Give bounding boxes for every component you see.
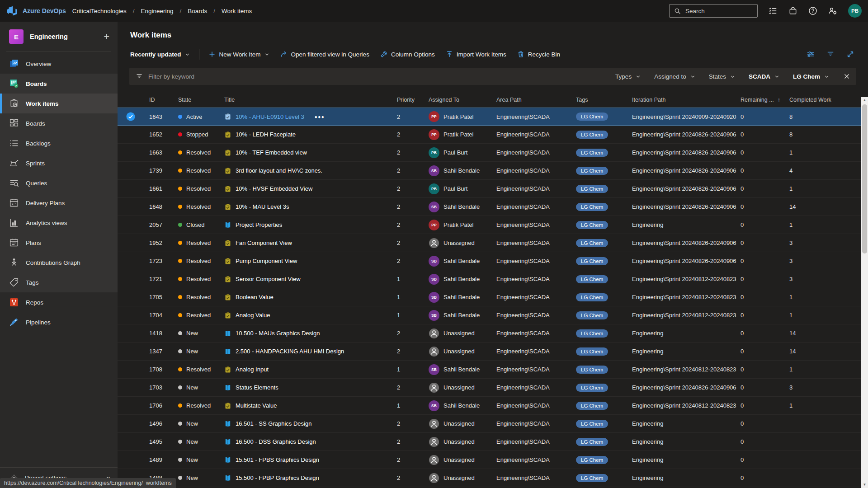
table-row[interactable]: 1488New15.500 - FPBP Graphics Design2Una… (118, 469, 868, 487)
work-item-title-link[interactable]: Status Elements (236, 384, 278, 391)
table-row[interactable]: 1663Resolved10% - TEF Embedded view2PBPa… (118, 144, 868, 162)
work-item-title-link[interactable]: Pump Component View (236, 258, 297, 264)
tag-pill[interactable]: LG Chem (576, 275, 608, 283)
tag-pill[interactable]: LG Chem (576, 167, 608, 175)
tag-pill[interactable]: LG Chem (576, 257, 608, 265)
work-item-title-link[interactable]: 10% - LEDH Faceplate (236, 131, 296, 138)
recycle-bin-button[interactable]: Recycle Bin (517, 51, 560, 58)
close-filter-icon[interactable] (844, 73, 850, 80)
work-item-title-link[interactable]: Analog Input (236, 366, 269, 373)
tag-pill[interactable]: LG Chem (576, 131, 608, 139)
filter-dropdown-assigned-to[interactable]: Assigned to (654, 73, 695, 80)
table-row[interactable]: 2057ClosedProject Properties2PPPratik Pa… (118, 216, 868, 234)
view-options-icon[interactable] (807, 50, 815, 58)
view-selector-dropdown[interactable]: Recently updated (130, 51, 190, 58)
work-item-title-link[interactable]: 16.501 - SS Graphics Design (236, 420, 311, 427)
tag-pill[interactable]: LG Chem (576, 329, 608, 338)
brand-label[interactable]: Azure DevOps (23, 7, 66, 14)
sidebar-item-plans[interactable]: Plans (0, 233, 118, 253)
tag-pill[interactable]: LG Chem (576, 293, 608, 301)
user-settings-icon[interactable] (828, 6, 837, 15)
table-row[interactable]: 1648Resolved10% - MAU Level 3s2SBSahil B… (118, 198, 868, 216)
row-select[interactable] (118, 112, 144, 121)
search-input[interactable] (684, 7, 743, 15)
column-header-state[interactable]: State (178, 97, 224, 103)
work-item-title-link[interactable]: 10% - AHU-E0910 Level 3 (236, 113, 304, 120)
filter-dropdown-lg-chem[interactable]: LG Chem (793, 73, 829, 80)
sidebar-item-repos[interactable]: Repos (0, 292, 118, 312)
azure-devops-logo-icon[interactable] (6, 5, 18, 17)
column-header-remaining-[interactable]: Remaining ...↑ (741, 97, 789, 103)
sidebar-item-boards[interactable]: Boards (0, 113, 118, 133)
sidebar-item-backlogs[interactable]: Backlogs (0, 133, 118, 153)
work-item-title-link[interactable]: 10% - MAU Level 3s (236, 203, 289, 210)
column-options-button[interactable]: Column Options (380, 51, 435, 58)
tag-pill[interactable]: LG Chem (576, 221, 608, 229)
scroll-down-icon[interactable]: ▼ (863, 482, 867, 488)
column-header-iteration-path[interactable]: Iteration Path (632, 97, 741, 103)
table-row[interactable]: 1708ResolvedAnalog Input1SBSahil Bendale… (118, 361, 868, 379)
work-item-title-link[interactable]: 2.500 - HANDPACKING AHU HMI Design (236, 348, 344, 355)
tag-pill[interactable]: LG Chem (576, 185, 608, 193)
new-work-item-button[interactable]: New Work Item (208, 51, 269, 58)
work-item-title-link[interactable]: Project Properties (236, 221, 282, 228)
sidebar-item-delivery-plans[interactable]: Delivery Plans (0, 193, 118, 213)
tag-pill[interactable]: LG Chem (576, 384, 608, 392)
open-filtered-view-in-queries-button[interactable]: Open filtered view in Queries (280, 51, 369, 58)
vertical-scrollbar[interactable]: ▲ ▼ (861, 97, 868, 488)
tag-pill[interactable]: LG Chem (576, 402, 608, 410)
tasklist-icon[interactable] (769, 6, 778, 15)
filter-dropdown-types[interactable]: Types (615, 73, 641, 80)
tag-pill[interactable]: LG Chem (576, 113, 608, 121)
sidebar-item-tags[interactable]: Tags (0, 272, 118, 292)
project-name[interactable]: Engineering (30, 33, 68, 40)
work-item-title-link[interactable]: Multistate Value (236, 402, 277, 409)
tag-pill[interactable]: LG Chem (576, 203, 608, 211)
tag-pill[interactable]: LG Chem (576, 366, 608, 374)
work-item-title-link[interactable]: Fan Component View (236, 239, 292, 246)
table-row[interactable]: 1739Resolved3rd floor layout and HVAC zo… (118, 162, 868, 180)
breadcrumb-item-criticaltechnologies[interactable]: CriticalTechnologies (72, 8, 127, 14)
column-header-priority[interactable]: Priority (397, 97, 429, 103)
tag-pill[interactable]: LG Chem (576, 311, 608, 319)
work-item-title-link[interactable]: 16.500 - DSS Graphics Design (236, 438, 316, 445)
breadcrumb-item-engineering[interactable]: Engineering (141, 8, 174, 14)
table-row[interactable]: 1721ResolvedSensor Component View1SBSahi… (118, 270, 868, 288)
table-row[interactable]: 1704ResolvedAnalog Value1SBSahil Bendale… (118, 306, 868, 324)
table-row[interactable]: 1496New16.501 - SS Graphics Design2Unass… (118, 415, 868, 433)
tag-pill[interactable]: LG Chem (576, 420, 608, 428)
sidebar-item-pipelines[interactable]: Pipelines (0, 312, 118, 332)
table-row[interactable]: 1705ResolvedBoolean Value1SBSahil Bendal… (118, 288, 868, 306)
help-icon[interactable] (808, 6, 817, 15)
scrollbar-thumb[interactable] (862, 104, 867, 253)
import-work-items-button[interactable]: Import Work Items (446, 51, 506, 58)
more-options-button[interactable]: ●●● (315, 114, 325, 119)
table-row[interactable]: 1652Stopped10% - LEDH Faceplate2PPPratik… (118, 126, 868, 144)
column-header-area-path[interactable]: Area Path (496, 97, 576, 103)
breadcrumb-item-work-items[interactable]: Work items (222, 8, 252, 14)
table-row[interactable]: 1661Resolved10% - HVSF Embedded View2PBP… (118, 180, 868, 198)
work-item-title-link[interactable]: 15.500 - FPBP Graphics Design (236, 474, 319, 481)
user-avatar[interactable]: PB (848, 4, 862, 18)
tag-pill[interactable]: LG Chem (576, 149, 608, 157)
marketplace-icon[interactable] (788, 6, 797, 15)
column-header-tags[interactable]: Tags (576, 97, 632, 103)
sidebar-item-analytics-views[interactable]: Analytics views (0, 213, 118, 233)
table-row[interactable]: 1703NewStatus Elements2UnassignedEnginee… (118, 379, 868, 397)
work-item-title-link[interactable]: Analog Value (236, 312, 270, 319)
table-row[interactable]: 1418New10.500 - MAUs Graphics Design2Una… (118, 324, 868, 343)
tag-pill[interactable]: LG Chem (576, 474, 608, 482)
fullscreen-icon[interactable] (846, 50, 854, 58)
tag-pill[interactable]: LG Chem (576, 239, 608, 247)
work-item-title-link[interactable]: Sensor Component View (236, 276, 301, 282)
work-item-title-link[interactable]: 10.500 - MAUs Graphics Design (236, 330, 320, 337)
tag-pill[interactable]: LG Chem (576, 456, 608, 464)
sidebar-item-overview[interactable]: Overview (0, 54, 118, 74)
sidebar-item-boards[interactable]: Boards (0, 74, 118, 94)
sidebar-item-contributions-graph[interactable]: Contributions Graph (0, 253, 118, 272)
column-header-title[interactable]: Title (224, 97, 397, 103)
table-row[interactable]: 1706ResolvedMultistate Value1SBSahil Ben… (118, 397, 868, 415)
search-box[interactable] (669, 4, 758, 18)
table-row[interactable]: 1489New15.501 - FPBS Graphics Design2Una… (118, 451, 868, 469)
column-header-completed-work[interactable]: Completed Work (789, 97, 868, 103)
